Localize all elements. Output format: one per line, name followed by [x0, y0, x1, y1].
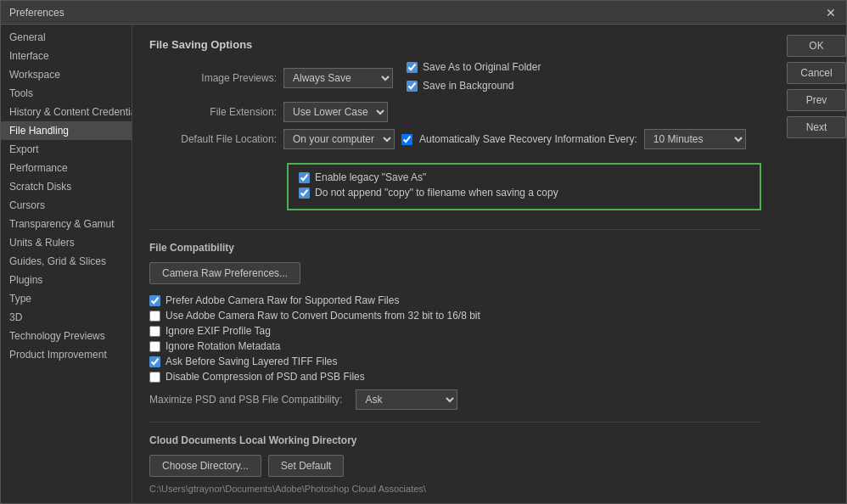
main-content: File Saving Options Image Previews: Alwa… [132, 25, 778, 503]
maximize-label: Maximize PSD and PSB File Compatibility: [149, 394, 342, 406]
auto-save-interval-select[interactable]: 5 Minutes10 Minutes15 Minutes30 Minutes [644, 129, 746, 149]
file-extension-label: File Extension: [149, 106, 277, 118]
compat-label-ignore-rotation: Ignore Rotation Metadata [165, 340, 280, 352]
save-in-background-row: Save in Background [407, 80, 541, 92]
sidebar-item-export[interactable]: Export [1, 140, 132, 159]
file-compat-title: File Compatibility [149, 242, 761, 254]
sidebar-item-product[interactable]: Product Improvement [1, 345, 132, 364]
titlebar: Preferences ✕ [1, 1, 846, 25]
ok-button[interactable]: OK [787, 35, 846, 57]
sidebar-item-units[interactable]: Units & Rulers [1, 233, 132, 252]
default-location-row: Default File Location: On your computerC… [149, 129, 761, 149]
cloud-buttons-row: Choose Directory... Set Default [149, 455, 761, 477]
compat-item-ignore-rotation: Ignore Rotation Metadata [149, 340, 761, 352]
sidebar-item-type[interactable]: Type [1, 289, 132, 308]
auto-save-label: Automatically Save Recovery Information … [419, 133, 637, 145]
set-default-button[interactable]: Set Default [268, 455, 344, 477]
sidebar-item-tech-prev[interactable]: Technology Previews [1, 327, 132, 345]
save-as-original-row: Save As to Original Folder [407, 61, 541, 73]
no-append-copy-label: Do not append "copy" to filename when sa… [315, 187, 558, 199]
content-area: GeneralInterfaceWorkspaceToolsHistory & … [1, 25, 846, 503]
maximize-row: Maximize PSD and PSB File Compatibility:… [149, 389, 761, 410]
compat-item-ignore-exif: Ignore EXIF Profile Tag [149, 325, 761, 337]
file-extension-select[interactable]: Use Lower CaseUse Upper Case [283, 102, 388, 122]
compat-item-convert-raw: Use Adobe Camera Raw to Convert Document… [149, 310, 761, 322]
enable-legacy-checkbox[interactable] [299, 172, 310, 183]
compat-checkboxes: Prefer Adobe Camera Raw for Supported Ra… [149, 294, 761, 383]
sidebar-item-guides[interactable]: Guides, Grid & Slices [1, 252, 132, 271]
default-location-label: Default File Location: [149, 133, 277, 145]
sidebar-item-3d[interactable]: 3D [1, 308, 132, 327]
enable-legacy-label: Enable legacy "Save As" [315, 171, 426, 183]
cloud-section: Cloud Documents Local Working Directory … [149, 434, 761, 494]
divider-2 [149, 422, 761, 423]
no-append-copy-row: Do not append "copy" to filename when sa… [299, 187, 749, 199]
compat-checkbox-prefer-raw[interactable] [149, 295, 160, 306]
compat-label-prefer-raw: Prefer Adobe Camera Raw for Supported Ra… [165, 294, 399, 306]
sidebar-item-plugins[interactable]: Plugins [1, 271, 132, 289]
sidebar-item-tools[interactable]: Tools [1, 84, 132, 103]
image-previews-select[interactable]: Always SaveNever SaveAsk When Saving [283, 68, 393, 88]
auto-save-row: Automatically Save Recovery Information … [401, 129, 746, 149]
file-extension-row: File Extension: Use Lower CaseUse Upper … [149, 102, 761, 122]
right-panel: OK Cancel Prev Next [778, 25, 846, 503]
prev-button[interactable]: Prev [787, 89, 846, 111]
sidebar-item-workspace[interactable]: Workspace [1, 65, 132, 84]
camera-raw-prefs-button[interactable]: Camera Raw Preferences... [149, 262, 300, 284]
save-in-background-checkbox[interactable] [407, 81, 418, 92]
sidebar-item-cursors[interactable]: Cursors [1, 196, 132, 215]
compat-label-ask-tiff: Ask Before Saving Layered TIFF Files [165, 356, 338, 367]
compat-checkbox-ignore-rotation[interactable] [149, 341, 160, 352]
compat-label-ignore-exif: Ignore EXIF Profile Tag [165, 325, 271, 337]
save-as-original-checkbox[interactable] [407, 62, 418, 73]
compat-checkbox-ignore-exif[interactable] [149, 326, 160, 337]
compat-checkbox-convert-raw[interactable] [149, 311, 160, 322]
save-in-background-label: Save in Background [423, 80, 513, 92]
no-append-copy-checkbox[interactable] [299, 188, 310, 199]
compat-item-ask-tiff: Ask Before Saving Layered TIFF Files [149, 356, 761, 367]
maximize-select[interactable]: AskAlwaysNever [356, 389, 457, 410]
file-compat-section: File Compatibility Camera Raw Preference… [149, 242, 761, 410]
sidebar-item-history[interactable]: History & Content Credentials [1, 103, 132, 121]
compat-checkbox-disable-compress[interactable] [149, 372, 160, 383]
save-as-original-label: Save As to Original Folder [423, 61, 541, 73]
sidebar-item-interface[interactable]: Interface [1, 47, 132, 65]
compat-item-disable-compress: Disable Compression of PSD and PSB Files [149, 371, 761, 383]
highlighted-options-box: Enable legacy "Save As" Do not append "c… [287, 163, 761, 210]
cloud-title: Cloud Documents Local Working Directory [149, 434, 761, 446]
window-title: Preferences [9, 7, 65, 19]
sidebar-item-general[interactable]: General [1, 28, 132, 47]
image-previews-label: Image Previews: [149, 72, 277, 84]
compat-label-convert-raw: Use Adobe Camera Raw to Convert Document… [165, 310, 480, 322]
compat-item-prefer-raw: Prefer Adobe Camera Raw for Supported Ra… [149, 294, 761, 306]
preferences-window: Preferences ✕ GeneralInterfaceWorkspaceT… [0, 0, 847, 504]
close-button[interactable]: ✕ [824, 6, 838, 20]
cancel-button[interactable]: Cancel [787, 62, 846, 84]
file-saving-section: File Saving Options Image Previews: Alwa… [149, 38, 761, 217]
right-checkboxes: Save As to Original Folder Save in Backg… [407, 61, 541, 95]
default-location-select[interactable]: On your computerCreative Cloud [283, 129, 395, 149]
sidebar-item-file-handling[interactable]: File Handling [1, 121, 132, 140]
enable-legacy-row: Enable legacy "Save As" [299, 171, 749, 183]
cloud-path: C:\Users\gtraynor\Documents\Adobe\Photos… [149, 484, 761, 494]
next-button[interactable]: Next [787, 116, 846, 138]
sidebar: GeneralInterfaceWorkspaceToolsHistory & … [1, 25, 132, 503]
file-saving-title: File Saving Options [149, 38, 761, 51]
divider-1 [149, 229, 761, 230]
sidebar-item-scratch[interactable]: Scratch Disks [1, 177, 132, 196]
compat-label-disable-compress: Disable Compression of PSD and PSB Files [165, 371, 365, 383]
sidebar-item-transparency[interactable]: Transparency & Gamut [1, 215, 132, 233]
image-previews-row: Image Previews: Always SaveNever SaveAsk… [149, 61, 761, 95]
sidebar-item-performance[interactable]: Performance [1, 159, 132, 177]
auto-save-checkbox[interactable] [401, 134, 412, 145]
choose-directory-button[interactable]: Choose Directory... [149, 455, 261, 477]
compat-checkbox-ask-tiff[interactable] [149, 356, 160, 367]
